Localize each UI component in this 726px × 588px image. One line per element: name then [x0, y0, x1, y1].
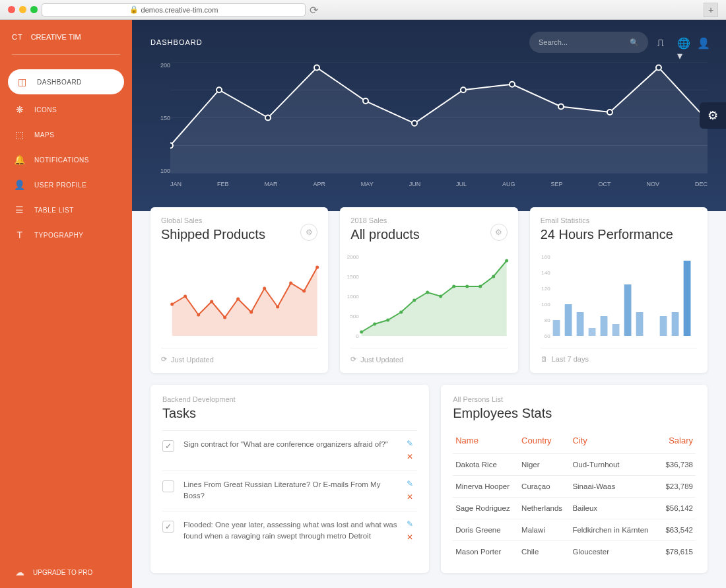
svg-point-39: [439, 295, 442, 298]
table-row: Dakota Rice Niger Oud-Turnhout $36,738: [453, 454, 696, 476]
table-row: Mason Porter Chile Gloucester $78,615: [453, 541, 696, 563]
panel-subtitle: Backend Development: [162, 395, 417, 403]
sidebar-item-typography[interactable]: T TYPOGRAPHY: [0, 222, 132, 247]
brand-name: CREATIVE TIM: [31, 33, 81, 41]
sidebar-nav: ◫ DASHBOARD ❋ ICONS ⬚ MAPS 🔔 NOTIFICATIO…: [0, 63, 132, 556]
settings-floating-button[interactable]: ⚙: [700, 102, 726, 129]
table-row: Doris Greene Malawi Feldkirchen in Kärnt…: [453, 519, 696, 541]
card-settings-button[interactable]: ⚙: [490, 224, 508, 241]
delete-icon[interactable]: ✕: [407, 452, 417, 463]
svg-text:80: 80: [544, 317, 550, 323]
task-checkbox[interactable]: [162, 440, 174, 452]
new-tab-button[interactable]: +: [704, 3, 718, 17]
delete-icon[interactable]: ✕: [407, 533, 417, 543]
edit-icon[interactable]: ✎: [407, 439, 417, 449]
tasks-panel: Backend Development Tasks Sign contract …: [150, 385, 429, 573]
gear-icon: ⚙: [708, 108, 718, 123]
globe-icon[interactable]: 🌐 ▾: [677, 37, 688, 48]
delete-icon[interactable]: ✕: [407, 492, 417, 503]
topbar: DASHBOARD 🔍 ⎍ 🌐 ▾ 👤: [150, 32, 708, 53]
panel-title: Tasks: [162, 406, 417, 421]
cell-country: Curaçao: [519, 476, 570, 498]
svg-rect-53: [576, 312, 583, 336]
svg-text:1500: 1500: [347, 274, 359, 280]
activity-icon[interactable]: ⎍: [657, 37, 668, 48]
sidebar-item-dashboard[interactable]: ◫ DASHBOARD: [8, 69, 124, 94]
svg-text:0: 0: [356, 333, 360, 339]
sidebar-item-notifications[interactable]: 🔔 NOTIFICATIONS: [0, 147, 132, 172]
window-maximize-button[interactable]: [30, 6, 38, 13]
edit-icon[interactable]: ✎: [407, 479, 417, 490]
svg-text:500: 500: [350, 313, 360, 319]
task-row: Lines From Great Russian Literature? Or …: [162, 471, 417, 511]
svg-point-16: [170, 303, 174, 306]
bottom-row: Backend Development Tasks Sign contract …: [132, 373, 726, 585]
cloud-download-icon: ☁: [15, 567, 25, 577]
card-subtitle: Email Statistics: [541, 216, 697, 224]
sidebar-item-icons[interactable]: ❋ ICONS: [0, 97, 132, 122]
sidebar-item-label: USER PROFILE: [34, 181, 86, 189]
gear-icon: ⚙: [495, 228, 502, 237]
stat-cards-row: Global Sales Shipped Products ⚙ ⟳Just Up…: [132, 207, 726, 373]
col-country[interactable]: Country: [519, 430, 570, 454]
browser-chrome: 🔒 demos.creative-tim.com ⟳ +: [0, 0, 726, 20]
main-content: DASHBOARD 🔍 ⎍ 🌐 ▾ 👤 200150100 JANFEBMARA…: [132, 20, 726, 588]
svg-point-19: [210, 300, 213, 304]
sidebar-item-label: DASHBOARD: [37, 79, 82, 86]
url-bar[interactable]: 🔒 demos.creative-tim.com: [42, 3, 306, 16]
col-name[interactable]: Name: [453, 430, 519, 454]
card-24h-performance: Email Statistics 24 Hours Performance 60…: [530, 207, 708, 373]
hero-x-axis: JANFEBMARAPRMAYJUNJULAUGSEPOCTNOVDEC: [170, 181, 708, 194]
task-text: Flooded: One year later, assessing what …: [183, 519, 397, 542]
search-icon[interactable]: 🔍: [630, 38, 639, 47]
svg-point-36: [399, 311, 403, 314]
user-menu-icon[interactable]: 👤: [697, 37, 708, 48]
svg-rect-61: [671, 312, 678, 336]
svg-point-35: [386, 319, 389, 322]
svg-point-4: [170, 143, 173, 148]
sidebar-item-maps[interactable]: ⬚ MAPS: [0, 122, 132, 147]
svg-point-5: [216, 87, 222, 92]
svg-point-26: [302, 290, 306, 293]
svg-point-23: [263, 287, 266, 290]
hero-line-chart: [170, 62, 708, 174]
svg-point-10: [461, 87, 466, 92]
svg-point-18: [197, 313, 200, 317]
svg-point-14: [656, 65, 661, 70]
cell-name: Minerva Hooper: [453, 476, 519, 498]
card-footer: ⟳Just Updated: [350, 348, 507, 364]
sidebar: CT CREATIVE TIM ◫ DASHBOARD ❋ ICONS ⬚ MA…: [0, 20, 132, 588]
cell-salary: $56,142: [659, 498, 696, 519]
task-text: Lines From Great Russian Literature? Or …: [183, 479, 397, 502]
card-subtitle: Global Sales: [161, 216, 317, 224]
map-icon: ⬚: [15, 129, 25, 140]
task-row: Flooded: One year later, assessing what …: [162, 511, 417, 551]
sidebar-item-label: ICONS: [34, 106, 57, 114]
cell-salary: $36,738: [659, 454, 696, 476]
window-minimize-button[interactable]: [19, 6, 26, 13]
table-row: Sage Rodriguez Netherlands Baileux $56,1…: [453, 498, 696, 519]
cell-name: Doris Greene: [453, 519, 519, 541]
svg-point-12: [558, 104, 564, 110]
sidebar-item-label: TABLE LIST: [34, 207, 74, 214]
window-close-button[interactable]: [8, 6, 15, 13]
task-checkbox[interactable]: [162, 480, 174, 492]
search-box[interactable]: 🔍: [529, 32, 648, 53]
col-salary[interactable]: Salary: [659, 430, 696, 454]
upgrade-button[interactable]: ☁ UPGRADE TO PRO: [0, 556, 132, 588]
refresh-icon[interactable]: ⟳: [310, 4, 321, 16]
edit-icon[interactable]: ✎: [407, 519, 417, 530]
svg-point-20: [223, 316, 226, 319]
sidebar-item-table-list[interactable]: ☰ TABLE LIST: [0, 197, 132, 222]
list-icon: ☰: [15, 205, 25, 215]
search-input[interactable]: [539, 38, 630, 46]
employees-panel: All Persons List Employees Stats Name Co…: [441, 385, 708, 573]
task-checkbox[interactable]: [162, 521, 174, 533]
refresh-icon: ⟳: [350, 355, 356, 364]
sidebar-item-user-profile[interactable]: 👤 USER PROFILE: [0, 172, 132, 197]
sidebar-item-label: TYPOGRAPHY: [34, 232, 83, 239]
brand[interactable]: CT CREATIVE TIM: [0, 20, 132, 54]
cell-country: Malawi: [519, 519, 570, 541]
col-city[interactable]: City: [570, 430, 659, 454]
all-products-chart: 0500100015002000: [346, 250, 511, 343]
